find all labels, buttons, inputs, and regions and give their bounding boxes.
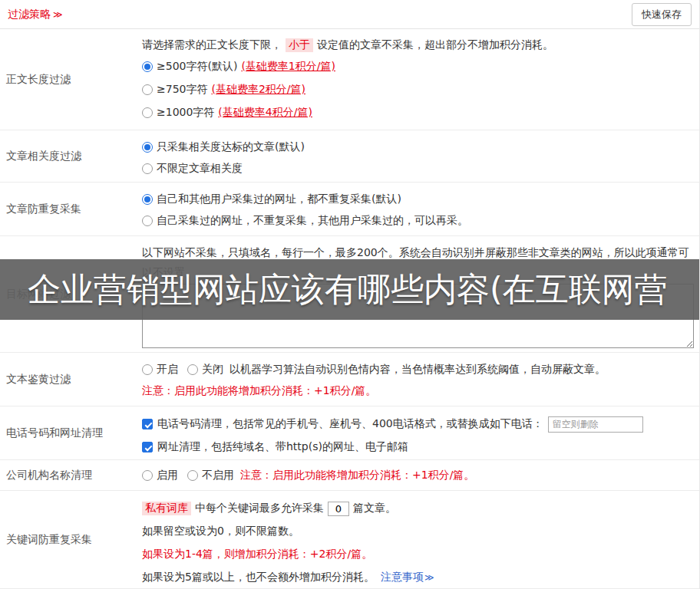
chevron-down-icon: ≫ [53, 9, 63, 20]
option-text: 自己采集过的网址，不重复采集，其他用户采集过的，可以再采。 [157, 214, 468, 228]
dedup-label: 文章防重复采集 [0, 183, 137, 235]
radio-icon[interactable] [142, 470, 153, 481]
row-keyword-dedup: 关键词防重复采集 私有词库 中每个关键词最多允许采集 篇文章。 如果留空或设为0… [0, 491, 699, 589]
keyword-note-five: 如果设为5篇或以上，也不会额外增加积分消耗。 注意事项 ≫ [142, 566, 693, 589]
keyword-limit-text: 中每个关键词最多允许采集 [195, 502, 324, 515]
topbar: 过滤策略 ≫ 快速保存 [0, 0, 699, 29]
option-text: ≥750字符 [157, 83, 207, 97]
caption-overlay-text: 企业营销型网站应该有哪些内容(在互联网营 [28, 268, 668, 312]
keyword-limit-suffix: 篇文章。 [353, 502, 396, 515]
radio-icon[interactable] [142, 107, 153, 118]
company-cleanup-warning: 注意：启用此功能将增加积分消耗：+1积分/篇。 [240, 469, 474, 482]
radio-icon[interactable] [187, 364, 198, 375]
content-length-content: 请选择需求的正文长度下限， 小于 设定值的文章不采集，超出部分不增加积分消耗。 … [137, 29, 699, 130]
company-option-enable[interactable]: 启用 [157, 469, 178, 482]
company-cleanup-options: 启用 不启用 注意：启用此功能将增加积分消耗：+1积分/篇。 [142, 466, 693, 485]
chevron-double-icon[interactable]: ≫ [424, 572, 434, 583]
private-lexicon-tag[interactable]: 私有词库 [142, 502, 191, 515]
keyword-dedup-content: 私有词库 中每个关键词最多允许采集 篇文章。 如果留空或设为0，则不限篇数。 如… [137, 491, 699, 588]
radio-icon[interactable] [142, 194, 153, 205]
keyword-note-zero: 如果留空或设为0，则不限篇数。 [142, 520, 693, 543]
intro-post: 设定值的文章不采集，超出部分不增加积分消耗。 [317, 38, 553, 52]
option-text: 不限定文章相关度 [157, 162, 243, 176]
relevance-option-strict[interactable]: 只采集相关度达标的文章(默认) [142, 137, 693, 158]
company-cleanup-content: 启用 不启用 注意：启用此功能将增加积分消耗：+1积分/篇。 [137, 460, 699, 490]
filter-strategy-page: 过滤策略 ≫ 快速保存 正文长度过滤 请选择需求的正文长度下限， 小于 设定值的… [0, 0, 700, 589]
row-phone-url: 电话号码和网址清理 电话号码清理，包括常见的手机号、座机号、400电话格式，或替… [0, 406, 699, 460]
page-title-text: 过滤策略 [8, 8, 51, 21]
length-option-500[interactable]: ≥500字符(默认) (基础费率1积分/篇) [142, 55, 693, 78]
phone-cleanup-option[interactable]: 电话号码清理，包括常见的手机号、座机号、400电话格式，或替换成如下电话： [142, 413, 693, 436]
option-fee-link: (基础费率4积分/篇) [218, 106, 312, 120]
option-text: ≥500字符(默认) [157, 60, 237, 74]
option-text: 只采集相关度达标的文章(默认) [157, 140, 305, 154]
phone-cleanup-text: 电话号码清理，包括常见的手机号、座机号、400电话格式，或替换成如下电话： [157, 417, 543, 431]
company-cleanup-label: 公司机构名称清理 [0, 460, 137, 490]
intro-highlight-tag: 小于 [286, 38, 313, 52]
porn-option-on[interactable]: 开启 [157, 363, 178, 377]
option-text: 自己和其他用户采集过的网址，都不重复采集(默认) [157, 192, 401, 206]
option-fee-link: (基础费率1积分/篇) [241, 60, 335, 74]
radio-icon[interactable] [187, 470, 198, 481]
porn-filter-content: 开启 关闭 以机器学习算法自动识别色情内容，当色情概率达到系统阈值，自动屏蔽文章… [137, 353, 699, 406]
option-fee-link: (基础费率2积分/篇) [211, 83, 305, 97]
dedup-option-self[interactable]: 自己采集过的网址，不重复采集，其他用户采集过的，可以再采。 [142, 210, 693, 232]
content-length-intro: 请选择需求的正文长度下限， 小于 设定值的文章不采集，超出部分不增加积分消耗。 [142, 35, 693, 55]
dedup-content: 自己和其他用户采集过的网址，都不重复采集(默认) 自己采集过的网址，不重复采集，… [137, 183, 699, 235]
keyword-dedup-label: 关键词防重复采集 [0, 491, 137, 588]
porn-filter-label: 文本鉴黄过滤 [0, 353, 137, 406]
content-length-label: 正文长度过滤 [0, 29, 137, 130]
keyword-note-five-text: 如果设为5篇或以上，也不会额外增加积分消耗。 [142, 571, 375, 584]
row-porn-filter: 文本鉴黄过滤 开启 关闭 以机器学习算法自动识别色情内容，当色情概率达到系统阈值… [0, 353, 699, 406]
company-option-disable[interactable]: 不启用 [202, 469, 234, 482]
phone-url-content: 电话号码清理，包括常见的手机号、座机号、400电话格式，或替换成如下电话： 网址… [137, 406, 699, 459]
relevance-option-any[interactable]: 不限定文章相关度 [142, 158, 693, 179]
row-dedup: 文章防重复采集 自己和其他用户采集过的网址，都不重复采集(默认) 自己采集过的网… [0, 183, 699, 236]
phone-url-label: 电话号码和网址清理 [0, 406, 137, 459]
checkbox-icon[interactable] [142, 442, 153, 452]
radio-icon[interactable] [142, 163, 153, 174]
url-cleanup-option[interactable]: 网址清理，包括纯域名、带http(s)的网址、电子邮箱 [142, 436, 693, 459]
dedup-option-global[interactable]: 自己和其他用户采集过的网址，都不重复采集(默认) [142, 189, 693, 210]
radio-icon[interactable] [142, 142, 153, 153]
porn-filter-desc: 以机器学习算法自动识别色情内容，当色情概率达到系统阈值，自动屏蔽文章。 [229, 363, 606, 377]
porn-filter-options: 开启 关闭 以机器学习算法自动识别色情内容，当色情概率达到系统阈值，自动屏蔽文章… [142, 359, 693, 380]
radio-icon[interactable] [142, 364, 153, 375]
row-content-length: 正文长度过滤 请选择需求的正文长度下限， 小于 设定值的文章不采集，超出部分不增… [0, 29, 699, 130]
option-text: ≥1000字符 [157, 106, 214, 120]
relevance-label: 文章相关度过滤 [0, 130, 137, 182]
keyword-count-input[interactable] [328, 502, 349, 516]
url-cleanup-text: 网址清理，包括纯域名、带http(s)的网址、电子邮箱 [157, 440, 408, 454]
keyword-limit-line: 私有词库 中每个关键词最多允许采集 篇文章。 [142, 497, 693, 520]
radio-icon[interactable] [142, 84, 153, 95]
notice-link[interactable]: 注意事项 [381, 571, 424, 584]
porn-filter-warning: 注意：启用此功能将增加积分消耗：+1积分/篇。 [142, 380, 693, 402]
checkbox-icon[interactable] [142, 419, 153, 429]
page-title[interactable]: 过滤策略 ≫ [8, 8, 63, 21]
intro-pre: 请选择需求的正文长度下限， [142, 38, 282, 52]
porn-option-off[interactable]: 关闭 [202, 363, 223, 377]
length-option-1000[interactable]: ≥1000字符 (基础费率4积分/篇) [142, 101, 693, 124]
radio-icon[interactable] [142, 216, 153, 226]
row-relevance: 文章相关度过滤 只采集相关度达标的文章(默认) 不限定文章相关度 [0, 130, 699, 183]
radio-icon[interactable] [142, 61, 153, 72]
length-option-750[interactable]: ≥750字符 (基础费率2积分/篇) [142, 78, 693, 101]
keyword-note-cost: 如果设为1-4篇，则增加积分消耗：+2积分/篇。 [142, 543, 693, 566]
quick-save-button[interactable]: 快速保存 [632, 3, 692, 26]
relevance-content: 只采集相关度达标的文章(默认) 不限定文章相关度 [137, 130, 699, 182]
caption-overlay: 企业营销型网站应该有哪些内容(在互联网营 [0, 259, 700, 320]
row-company-cleanup: 公司机构名称清理 启用 不启用 注意：启用此功能将增加积分消耗：+1积分/篇。 [0, 460, 699, 491]
replacement-phone-input[interactable] [548, 416, 643, 433]
